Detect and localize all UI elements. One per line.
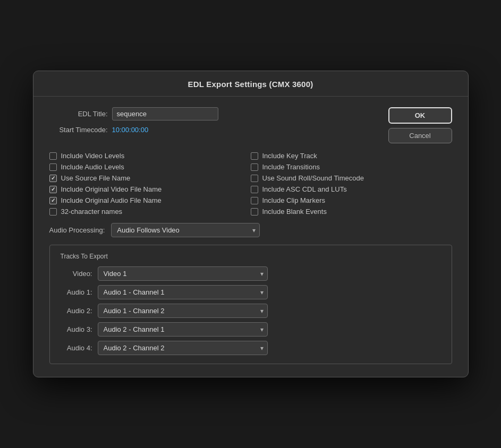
edl-title-input[interactable] xyxy=(112,107,218,120)
track-row-1: Audio 1:Audio 1 - Channel 1Audio 1 - Cha… xyxy=(61,285,441,299)
checkbox-label-cb_clip_markers: Include Clip Markers xyxy=(262,196,326,204)
audio-processing-row: Audio Processing: Audio Follows Video1 A… xyxy=(49,223,452,237)
audio-processing-wrapper: Audio Follows Video1 AA2 AAStereo xyxy=(111,223,260,237)
track-select-0[interactable]: Video 1Video 2 xyxy=(98,266,268,281)
checkbox-cb_transitions[interactable] xyxy=(251,163,258,171)
checkbox-item-cb_32char[interactable]: 32-character names xyxy=(49,208,251,216)
start-timecode-label: Start Timecode: xyxy=(49,126,108,134)
checkbox-item-cb_original_audio[interactable]: Include Original Audio File Name xyxy=(49,196,251,204)
checkbox-cb_source_file_name[interactable] xyxy=(49,175,57,182)
track-row-0: Video:Video 1Video 2 xyxy=(61,266,441,281)
checkbox-cb_original_video[interactable] xyxy=(49,186,57,193)
track-select-wrapper-4: Audio 2 - Channel 1Audio 2 - Channel 2 xyxy=(98,341,268,355)
track-select-wrapper-2: Audio 1 - Channel 1Audio 1 - Channel 2 xyxy=(98,304,268,318)
checkbox-cb_key_track[interactable] xyxy=(251,152,258,160)
top-row: EDL Title: Start Timecode: 10:00:00:00 O… xyxy=(49,107,452,143)
checkboxes-section: Include Video LevelsInclude Audio Levels… xyxy=(49,152,452,216)
track-select-1[interactable]: Audio 1 - Channel 1Audio 1 - Channel 2 xyxy=(98,285,268,299)
dialog-title: EDL Export Settings (CMX 3600) xyxy=(44,80,457,89)
edl-title-label: EDL Title: xyxy=(49,110,108,118)
audio-processing-label: Audio Processing: xyxy=(49,226,105,234)
track-row-3: Audio 3:Audio 2 - Channel 1Audio 2 - Cha… xyxy=(61,322,441,337)
track-select-4[interactable]: Audio 2 - Channel 1Audio 2 - Channel 2 xyxy=(98,341,268,355)
track-label-4: Audio 4: xyxy=(61,344,92,352)
track-select-2[interactable]: Audio 1 - Channel 1Audio 1 - Channel 2 xyxy=(98,304,268,318)
track-select-3[interactable]: Audio 2 - Channel 1Audio 2 - Channel 2 xyxy=(98,322,268,337)
checkbox-item-cb_audio_levels[interactable]: Include Audio Levels xyxy=(49,163,251,171)
track-select-wrapper-3: Audio 2 - Channel 1Audio 2 - Channel 2 xyxy=(98,322,268,337)
edl-title-row: EDL Title: xyxy=(49,107,218,120)
checkbox-item-cb_video_levels[interactable]: Include Video Levels xyxy=(49,152,251,160)
form-fields: EDL Title: Start Timecode: 10:00:00:00 xyxy=(49,107,218,134)
track-row-4: Audio 4:Audio 2 - Channel 1Audio 2 - Cha… xyxy=(61,341,441,355)
track-row-2: Audio 2:Audio 1 - Channel 1Audio 1 - Cha… xyxy=(61,304,441,318)
audio-processing-select[interactable]: Audio Follows Video1 AA2 AAStereo xyxy=(111,223,260,237)
dialog-content: EDL Title: Start Timecode: 10:00:00:00 O… xyxy=(33,97,468,377)
checkbox-cb_audio_levels[interactable] xyxy=(49,163,57,171)
checkbox-cb_sound_roll[interactable] xyxy=(251,175,258,182)
checkbox-label-cb_original_audio: Include Original Audio File Name xyxy=(61,196,162,204)
checkbox-cb_32char[interactable] xyxy=(49,208,57,216)
checkbox-cb_original_audio[interactable] xyxy=(49,197,57,204)
edl-export-dialog: EDL Export Settings (CMX 3600) EDL Title… xyxy=(33,71,469,377)
checkbox-item-cb_sound_roll[interactable]: Use Sound Roll/Sound Timecode xyxy=(251,174,452,182)
tracks-title: Tracks To Export xyxy=(61,253,441,260)
checkbox-cb_blank_events[interactable] xyxy=(251,208,258,216)
dialog-buttons: OK Cancel xyxy=(388,107,452,143)
checkbox-cb_asc_cdl[interactable] xyxy=(251,186,258,193)
checkbox-label-cb_32char: 32-character names xyxy=(61,208,123,216)
dialog-title-bar: EDL Export Settings (CMX 3600) xyxy=(33,71,468,97)
checkbox-cb_clip_markers[interactable] xyxy=(251,197,258,204)
checkboxes-right: Include Key TrackInclude TransitionsUse … xyxy=(251,152,452,216)
checkbox-label-cb_source_file_name: Use Source File Name xyxy=(61,174,131,182)
checkbox-label-cb_key_track: Include Key Track xyxy=(262,152,317,160)
checkbox-label-cb_original_video: Include Original Video File Name xyxy=(61,185,162,193)
checkbox-item-cb_asc_cdl[interactable]: Include ASC CDL and LUTs xyxy=(251,185,452,193)
track-label-0: Video: xyxy=(61,270,92,278)
checkbox-label-cb_blank_events: Include Blank Events xyxy=(262,208,327,216)
checkbox-label-cb_transitions: Include Transitions xyxy=(262,163,320,171)
tracks-rows: Video:Video 1Video 2Audio 1:Audio 1 - Ch… xyxy=(61,266,441,355)
checkbox-item-cb_source_file_name[interactable]: Use Source File Name xyxy=(49,174,251,182)
track-label-3: Audio 3: xyxy=(61,325,92,333)
checkbox-label-cb_asc_cdl: Include ASC CDL and LUTs xyxy=(262,185,347,193)
checkbox-item-cb_original_video[interactable]: Include Original Video File Name xyxy=(49,185,251,193)
tracks-to-export-box: Tracks To Export Video:Video 1Video 2Aud… xyxy=(49,245,452,364)
checkbox-label-cb_sound_roll: Use Sound Roll/Sound Timecode xyxy=(262,174,364,182)
checkbox-item-cb_transitions[interactable]: Include Transitions xyxy=(251,163,452,171)
start-timecode-value: 10:00:00:00 xyxy=(112,126,149,134)
checkbox-label-cb_video_levels: Include Video Levels xyxy=(61,152,125,160)
track-label-1: Audio 1: xyxy=(61,288,92,296)
start-timecode-row: Start Timecode: 10:00:00:00 xyxy=(49,126,218,134)
checkboxes-left: Include Video LevelsInclude Audio Levels… xyxy=(49,152,251,216)
cancel-button[interactable]: Cancel xyxy=(388,128,452,143)
checkbox-item-cb_key_track[interactable]: Include Key Track xyxy=(251,152,452,160)
checkbox-item-cb_clip_markers[interactable]: Include Clip Markers xyxy=(251,196,452,204)
track-select-wrapper-0: Video 1Video 2 xyxy=(98,266,268,281)
ok-button[interactable]: OK xyxy=(388,107,452,124)
checkbox-item-cb_blank_events[interactable]: Include Blank Events xyxy=(251,208,452,216)
checkbox-cb_video_levels[interactable] xyxy=(49,152,57,160)
checkbox-label-cb_audio_levels: Include Audio Levels xyxy=(61,163,124,171)
track-label-2: Audio 2: xyxy=(61,307,92,315)
track-select-wrapper-1: Audio 1 - Channel 1Audio 1 - Channel 2 xyxy=(98,285,268,299)
